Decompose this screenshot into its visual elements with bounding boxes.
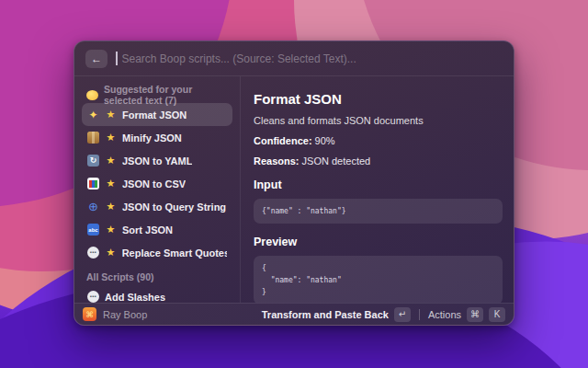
script-item-minify-json[interactable]: ★Minify JSON — [82, 126, 232, 149]
main-content: Suggested for your selected text (7)✦★Fo… — [74, 76, 514, 303]
script-item-json-to-yaml[interactable]: ↻★JSON to YAML — [82, 149, 232, 172]
reasons-row: Reasons: JSON detected — [254, 155, 503, 167]
raycast-window: ← Suggested for your selected text (7)✦★… — [74, 40, 514, 326]
preview-heading: Preview — [254, 236, 503, 248]
script-item-label: Format JSON — [122, 109, 187, 121]
star-icon: ★ — [105, 178, 117, 189]
star-icon: ★ — [105, 247, 117, 258]
footer-bar: ⌘ Ray Boop Transform and Paste Back ↵ Ac… — [74, 303, 514, 325]
script-item-sort-json[interactable]: abc★Sort JSON — [82, 218, 232, 241]
primary-action-label: Transform and Paste Back — [262, 309, 389, 320]
sparkles-icon: ✦ — [87, 109, 99, 121]
script-item-json-to-csv[interactable]: ★JSON to CSV — [82, 172, 232, 195]
section-label: Suggested for your selected text (7) — [104, 84, 232, 106]
app-name: Ray Boop — [103, 309, 147, 320]
refresh-icon: ↻ — [87, 155, 99, 167]
confidence-value: 90% — [312, 135, 335, 146]
detail-title: Format JSON — [254, 91, 503, 107]
script-item-replace-smart-quotes[interactable]: ⋯★Replace Smart Quotes — [82, 241, 232, 264]
input-code-block: {"name" : "nathan"} — [254, 199, 503, 224]
script-item-label: JSON to YAML — [122, 155, 192, 167]
script-item-label: Minify JSON — [122, 132, 182, 144]
package-icon — [87, 132, 99, 144]
command-key-icon: ⌘ — [467, 307, 483, 322]
transform-and-paste-back-button[interactable]: Transform and Paste Back ↵ — [262, 307, 411, 322]
preview-code-block: { "name": "nathan" } — [254, 256, 503, 303]
script-item-label: Sort JSON — [122, 224, 173, 236]
script-item-format-json[interactable]: ✦★Format JSON — [82, 103, 232, 126]
script-list: Suggested for your selected text (7)✦★Fo… — [74, 76, 240, 303]
confidence-row: Confidence: 90% — [254, 135, 503, 146]
section-header: All Scripts (90) — [82, 269, 232, 285]
speech-icon: ⋯ — [87, 247, 99, 259]
text-caret — [116, 52, 118, 65]
script-item-label: Add Slashes — [105, 292, 165, 303]
command-glyph: ⌘ — [85, 310, 93, 319]
script-item-label: JSON to CSV — [122, 178, 186, 190]
return-key-icon: ↵ — [394, 307, 411, 322]
search-input[interactable] — [122, 52, 503, 65]
globe-icon: ⊕ — [87, 201, 99, 213]
k-key-icon: K — [489, 307, 505, 322]
script-item-json-to-query-string[interactable]: ⊕★JSON to Query String — [82, 195, 232, 218]
back-icon: ← — [91, 52, 102, 65]
chart-icon — [87, 178, 99, 190]
boop-app-icon: ⌘ — [83, 307, 96, 321]
star-icon: ★ — [105, 201, 117, 212]
section-header: Suggested for your selected text (7) — [82, 86, 232, 103]
reasons-value: JSON detected — [300, 155, 371, 167]
reasons-label: Reasons: — [254, 155, 300, 167]
star-icon: ★ — [105, 132, 117, 143]
abc-icon: abc — [87, 224, 99, 236]
search-bar: ← — [74, 41, 514, 76]
speech-icon: ⋯ — [87, 291, 99, 303]
input-heading: Input — [254, 178, 503, 191]
script-item-add-slashes[interactable]: ⋯Add Slashes — [82, 285, 232, 303]
star-icon: ★ — [105, 224, 117, 235]
actions-button[interactable]: Actions ⌘ K — [428, 307, 505, 322]
section-label: All Scripts (90) — [86, 271, 154, 282]
star-icon: ★ — [105, 155, 117, 166]
script-item-label: Replace Smart Quotes — [122, 247, 227, 259]
detail-description: Cleans and formats JSON documents — [254, 115, 503, 126]
back-button[interactable]: ← — [85, 50, 107, 68]
footer-divider — [419, 309, 420, 320]
script-item-label: JSON to Query String — [122, 201, 226, 213]
detail-pane: Format JSON Cleans and formats JSON docu… — [240, 76, 514, 303]
star-icon: ★ — [105, 109, 117, 120]
lightbulb-icon — [86, 90, 98, 100]
actions-label: Actions — [428, 309, 461, 320]
confidence-label: Confidence: — [254, 135, 312, 146]
